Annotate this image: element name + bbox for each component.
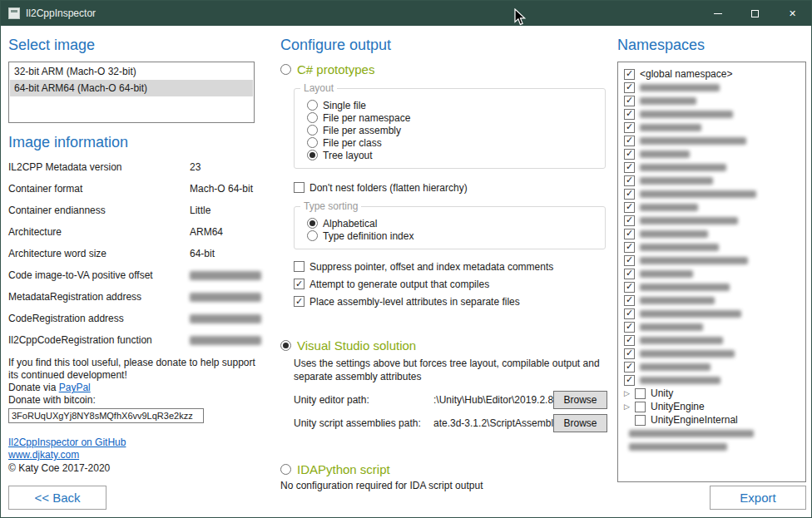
type-sorting-option[interactable]: Type definition index [307, 229, 597, 242]
namespace-item[interactable] [621, 187, 802, 200]
namespace-checkbox[interactable] [624, 136, 635, 146]
image-list-item[interactable]: 32-bit ARM (Mach-O 32-bit) [10, 63, 253, 80]
type-sorting-option[interactable]: Alphabetical [307, 217, 597, 229]
info-row: IL2CPP Metadata version23 [8, 156, 275, 178]
output-checkbox-row[interactable]: Suppress pointer, offset and index metad… [294, 259, 610, 274]
namespace-checkbox[interactable] [624, 122, 635, 133]
namespace-checkbox[interactable] [635, 388, 646, 399]
namespaces-heading: Namespaces [617, 37, 806, 54]
namespace-checkbox[interactable] [624, 375, 635, 386]
namespace-item[interactable] [621, 254, 802, 267]
namespace-item[interactable] [621, 81, 802, 94]
namespace-checkbox[interactable] [624, 229, 635, 239]
namespace-checkbox[interactable] [624, 335, 635, 346]
namespace-item[interactable]: ▷Unity [621, 387, 802, 400]
namespace-item[interactable] [621, 347, 802, 360]
redacted-namespace [640, 270, 693, 278]
namespace-label: UnityEngineInternal [651, 414, 738, 426]
output-checkbox-row[interactable]: Place assembly-level attributes in separ… [294, 294, 610, 308]
back-button[interactable]: << Back [8, 486, 106, 510]
layout-option[interactable]: Single file [307, 99, 597, 111]
paypal-link[interactable]: PayPal [59, 382, 91, 393]
namespace-checkbox[interactable] [635, 402, 646, 412]
namespace-checkbox[interactable] [624, 175, 635, 186]
namespace-checkbox[interactable] [624, 189, 635, 200]
namespace-checkbox[interactable] [624, 362, 635, 372]
namespace-item[interactable] [621, 294, 802, 307]
browse-script-button[interactable]: Browse [553, 414, 607, 432]
namespace-item[interactable]: <global namespace> [621, 67, 802, 81]
namespace-checkbox[interactable] [624, 162, 635, 173]
namespace-checkbox[interactable] [624, 242, 635, 253]
namespace-item[interactable] [621, 427, 802, 440]
namespace-checkbox[interactable] [624, 322, 635, 333]
namespace-item[interactable] [621, 240, 802, 254]
namespace-item[interactable] [621, 107, 802, 121]
namespace-item[interactable] [621, 373, 802, 387]
minimize-button[interactable] [699, 1, 736, 26]
namespace-item[interactable] [621, 214, 802, 227]
website-link[interactable]: www.djkaty.com [8, 449, 79, 461]
namespace-item[interactable] [621, 200, 802, 214]
namespace-item[interactable] [621, 227, 802, 240]
expander-icon[interactable]: ▷ [624, 400, 635, 413]
github-link[interactable]: Il2CppInspector on GitHub [8, 437, 126, 448]
bitcoin-address-input[interactable] [8, 408, 204, 423]
namespace-item[interactable] [621, 320, 802, 333]
namespace-item[interactable] [621, 440, 802, 453]
flatten-checkbox-row[interactable]: Don't nest folders (flatten hierarchy) [294, 180, 610, 195]
close-button[interactable]: ✕ [774, 1, 811, 26]
namespace-checkbox[interactable] [624, 82, 635, 93]
namespace-item[interactable] [621, 360, 802, 373]
namespace-checkbox[interactable] [624, 149, 635, 160]
layout-option[interactable]: File per assembly [307, 124, 597, 136]
namespace-item[interactable] [621, 94, 802, 107]
image-list[interactable]: 32-bit ARM (Mach-O 32-bit)64-bit ARM64 (… [8, 62, 255, 123]
unity-editor-path-value: :\Unity\Hub\Editor\2019.2.8f1 [433, 394, 553, 406]
namespace-item[interactable]: UnityEngineInternal [621, 413, 802, 427]
namespace-checkbox[interactable] [624, 348, 635, 359]
expander-icon[interactable]: ▷ [624, 387, 635, 400]
maximize-button[interactable] [736, 1, 774, 26]
browse-editor-button[interactable]: Browse [553, 391, 607, 409]
namespace-item[interactable] [621, 160, 802, 174]
namespace-checkbox[interactable] [624, 215, 635, 226]
namespace-checkbox[interactable] [624, 308, 635, 319]
namespace-item[interactable] [621, 333, 802, 347]
layout-group-label: Layout [300, 82, 337, 95]
namespace-checkbox[interactable] [624, 255, 635, 266]
namespace-item[interactable] [621, 267, 802, 280]
csharp-prototypes-radio[interactable]: C# prototypes [280, 62, 610, 76]
layout-option[interactable]: File per namespace [307, 111, 597, 124]
visual-studio-radio[interactable]: Visual Studio solution [280, 338, 610, 353]
info-label: Container format [8, 183, 190, 195]
namespace-checkbox[interactable] [624, 202, 635, 213]
mouse-cursor [514, 8, 527, 27]
idapython-radio[interactable]: IDAPython script [280, 462, 610, 476]
namespace-checkbox[interactable] [624, 69, 635, 80]
namespace-checkbox[interactable] [624, 96, 635, 106]
namespace-item[interactable] [621, 147, 802, 160]
namespace-item[interactable] [621, 174, 802, 187]
layout-option[interactable]: Tree layout [307, 149, 597, 161]
option-label: File per namespace [323, 112, 410, 124]
namespace-checkbox[interactable] [635, 415, 646, 426]
namespace-label: <global namespace> [640, 68, 732, 80]
image-list-item[interactable]: 64-bit ARM64 (Mach-O 64-bit) [10, 80, 253, 96]
layout-option[interactable]: File per class [307, 136, 597, 149]
namespace-item[interactable]: ▷UnityEngine [621, 400, 802, 413]
namespace-checkbox[interactable] [624, 109, 635, 120]
namespace-item[interactable] [621, 121, 802, 134]
namespace-item[interactable] [621, 280, 802, 294]
namespace-checkbox[interactable] [624, 282, 635, 293]
output-checkbox-row[interactable]: Attempt to generate output that compiles [294, 277, 610, 291]
redacted-namespace [640, 350, 735, 358]
namespace-item[interactable] [621, 134, 802, 147]
export-button[interactable]: Export [710, 486, 806, 510]
info-row: Architecture word size64-bit [8, 243, 275, 264]
namespace-item[interactable] [621, 307, 802, 320]
titlebar[interactable]: Il2CppInspector ✕ [1, 1, 811, 26]
namespace-list[interactable]: <global namespace>▷Unity▷UnityEngineUnit… [617, 62, 806, 482]
namespace-checkbox[interactable] [624, 295, 635, 306]
namespace-checkbox[interactable] [624, 269, 635, 279]
